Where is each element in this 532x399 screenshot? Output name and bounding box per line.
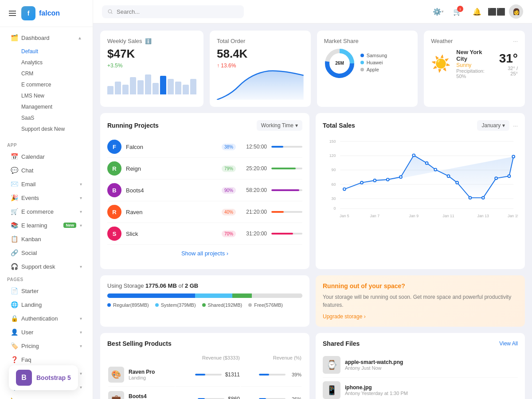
project-name-boots4: Boots4 (126, 187, 215, 194)
email-icon: ✉️ (11, 180, 18, 188)
pages-section-label: Pages (0, 274, 93, 284)
weather-more[interactable]: ··· (513, 38, 518, 44)
sidebar-item-support[interactable]: Support desk New (4, 124, 89, 134)
settings-button[interactable]: ⚙️ ▾ (431, 4, 445, 19)
market-share-legend: Samsung Huawei Apple (360, 53, 387, 74)
sidebar-item-events[interactable]: 🎉 Events ▾ (4, 191, 89, 204)
sidebar-item-social[interactable]: 🔗 Social (4, 246, 89, 259)
file-thumb: 📱 (323, 381, 340, 399)
shared-dot (202, 303, 206, 307)
legend-huawei: Huawei (360, 60, 387, 65)
sidebar-item-chat[interactable]: 💬 Chat (4, 164, 89, 177)
sidebar-item-ecommerce[interactable]: E commerce (4, 79, 89, 90)
grid-button[interactable]: ⬛⬛ (489, 4, 504, 19)
svg-point-21 (399, 176, 402, 178)
elearning-chevron: ▾ (80, 223, 82, 228)
sidebar-item-dashboard[interactable]: 🗂️ Dashboard ▲ (4, 31, 89, 44)
svg-text:Jan 7: Jan 7 (370, 214, 380, 218)
project-name-reign: Reign (126, 165, 215, 172)
ecommerce-app-label: E commerce (21, 208, 76, 215)
sidebar-item-calendar[interactable]: 📅 Calendar (4, 150, 89, 163)
weekly-bar-0 (107, 86, 113, 94)
user-avatar[interactable]: 👩 (509, 4, 523, 19)
sidebar-item-crm[interactable]: CRM (4, 68, 89, 79)
weekly-bar-11 (190, 79, 196, 94)
project-row-reign: R Reign 79% 25:20:00 (107, 158, 302, 180)
user-icon: 👤 (11, 329, 18, 336)
file-name: apple-smart-watch.png (345, 359, 403, 365)
sidebar-item-management[interactable]: Management (4, 102, 89, 112)
weekly-bar-3 (130, 77, 136, 94)
weekly-sales-title: Weekly Sales (107, 38, 142, 44)
sidebar-item-faq[interactable]: ❓ Faq (4, 353, 89, 366)
project-avatar-reign: R (107, 161, 121, 176)
table-row: 🎨 Raven Pro Landing $1311 39% (108, 363, 301, 387)
weekly-bar-2 (122, 85, 129, 95)
svg-text:Jan 5: Jan 5 (340, 214, 349, 218)
revenue-bar (195, 374, 222, 376)
temp-main: 31° (499, 51, 518, 66)
weather-condition: Sunny (456, 62, 493, 68)
supportdesk-label: Support desk (21, 263, 76, 270)
month-dropdown[interactable]: January ▾ (477, 120, 509, 131)
svg-point-23 (426, 162, 428, 164)
storage-row: Using Storage 1775.06 MB of 2 GB Regular… (100, 275, 525, 327)
sidebar-item-landing[interactable]: 🌐 Landing (4, 298, 89, 311)
ecommerce-icon: 🛒 (11, 208, 18, 215)
show-all-projects[interactable]: Show all projects › (107, 245, 302, 262)
total-sales-more[interactable]: ··· (513, 122, 518, 129)
svg-text:90: 90 (332, 168, 336, 172)
sidebar-item-layouts[interactable]: 📐 Layouts ▾ (4, 394, 89, 399)
faq-label: Faq (21, 356, 82, 363)
product-name: Boots4 (129, 393, 147, 399)
free-dot (248, 303, 252, 307)
sidebar-item-starter[interactable]: 📄 Starter (4, 284, 89, 297)
auth-label: Authentication (21, 315, 76, 322)
landing-label: Landing (21, 301, 82, 308)
kanban-icon: 📋 (11, 235, 18, 243)
sidebar-item-pricing[interactable]: 🏷️ Pricing ▾ (4, 339, 89, 352)
search-box[interactable] (102, 5, 244, 18)
sidebar-item-email[interactable]: ✉️ Email ▾ (4, 177, 89, 191)
system-label: System(379MB) (161, 302, 196, 308)
sidebar-item-elearning[interactable]: 📚 E learning New ▾ (4, 219, 89, 232)
dashboard-section: 🗂️ Dashboard ▲ Default Analytics CRM E c… (0, 27, 93, 139)
storage-used: 1775.06 MB (145, 282, 177, 289)
weather-content: ☀️ New York City Sunny Precipitation: 50… (431, 49, 518, 79)
app-name: falcon (39, 9, 60, 17)
sidebar-item-kanban[interactable]: 📋 Kanban (4, 232, 89, 246)
info-icon: ℹ️ (145, 38, 152, 44)
bootstrap-promo: B Bootstrap 5 (9, 365, 78, 390)
search-input[interactable] (117, 8, 239, 15)
weekly-bar-6 (153, 83, 159, 94)
hamburger-menu[interactable] (7, 9, 18, 18)
working-time-dropdown[interactable]: Working Time ▾ (257, 120, 302, 131)
sidebar-item-user[interactable]: 👤 User ▾ (4, 325, 89, 339)
total-sales-card: Total Sales January ▾ ··· (316, 113, 525, 269)
total-sales-title: Total Sales (323, 122, 355, 129)
sidebar-item-ecommerce-app[interactable]: 🛒 E commerce ▾ (4, 205, 89, 218)
sidebar-item-authentication[interactable]: 🔒 Authentication ▾ (4, 312, 89, 325)
project-badge-boots4: 90% (222, 187, 236, 194)
sidebar-item-lms[interactable]: LMS New (4, 90, 89, 101)
system-dot (155, 303, 159, 307)
cart-button[interactable]: 🛒 1 (450, 4, 465, 19)
shared-files-title: Shared Files (323, 340, 360, 347)
pricing-chevron: ▾ (80, 344, 82, 348)
svg-point-31 (512, 155, 515, 158)
middle-row: Running Projects Working Time ▾ F Falcon… (100, 113, 525, 269)
sidebar-item-supportdesk[interactable]: 🎧 Support desk ▾ (4, 260, 89, 273)
total-sales-chart: 150 120 90 60 30 0 (323, 136, 518, 225)
sidebar-item-analytics[interactable]: Analytics (4, 57, 89, 68)
topbar: ⚙️ ▾ 🛒 1 🔔 ⬛⬛ 👩 (93, 0, 532, 23)
view-all-button[interactable]: View All (499, 340, 518, 347)
notifications-button[interactable]: 🔔 (470, 4, 484, 19)
project-time-reign: 25:20:00 (240, 165, 267, 172)
events-chevron: ▾ (80, 196, 82, 200)
sidebar-item-saas[interactable]: SaaS (4, 113, 89, 123)
sidebar-item-default[interactable]: Default (4, 46, 89, 57)
upgrade-button[interactable]: Upgrade storage › (323, 313, 518, 320)
shared-label: Shared(192MB) (208, 302, 243, 308)
market-share-card: Market Share 26M Samsung (317, 31, 418, 107)
col-product (108, 353, 175, 362)
